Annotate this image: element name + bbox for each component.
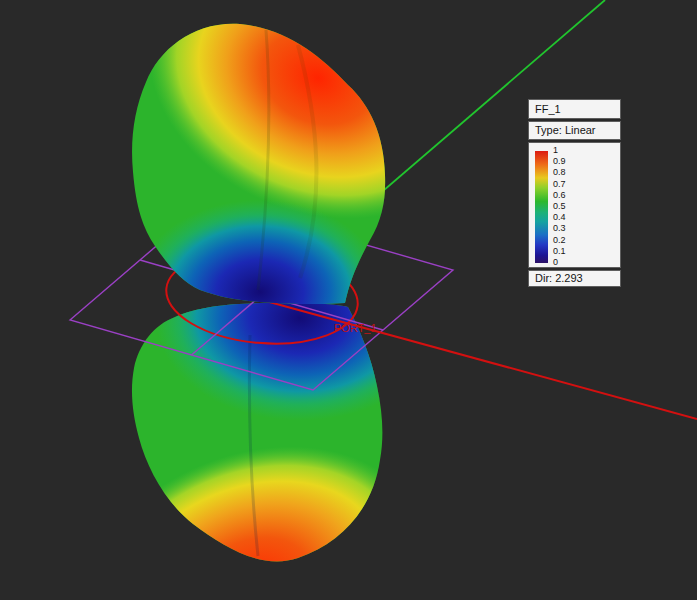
legend-directivity-label: Dir: 2.293	[528, 270, 621, 287]
legend-panel: FF_1 Type: Linear 10.90.80.70.60.50.40.3…	[528, 99, 621, 289]
colorbar-tick: 0.7	[553, 180, 583, 189]
colorbar-tick-labels: 10.90.80.70.60.50.40.30.20.10	[553, 146, 583, 267]
port-label: PORT_1	[334, 322, 377, 334]
bottom-lobe	[60, 270, 460, 600]
legend-type-label: Type: Linear	[528, 121, 621, 140]
colorbar-tick: 0.9	[553, 157, 583, 166]
colorbar-tick: 0.2	[553, 236, 583, 245]
legend-colorbar-box: 10.90.80.70.60.50.40.30.20.10	[528, 142, 621, 268]
farfield-3d-view[interactable]: PORT_1	[0, 0, 697, 600]
legend-title: FF_1	[528, 99, 621, 119]
colorbar-tick: 0.5	[553, 202, 583, 211]
top-lobe	[100, 0, 430, 330]
bottom-lobe-peak-shading	[60, 380, 460, 600]
colorbar-tick: 0	[553, 258, 583, 267]
colorbar-gradient	[535, 151, 548, 263]
colorbar-tick: 0.8	[553, 168, 583, 177]
colorbar-tick: 0.3	[553, 224, 583, 233]
colorbar-tick: 0.1	[553, 247, 583, 256]
colorbar-tick: 0.4	[553, 213, 583, 222]
farfield-viewport[interactable]: PORT_1 FF_1 Type: Linear 10.90.80.70.60.…	[0, 0, 697, 600]
colorbar-tick: 0.6	[553, 191, 583, 200]
colorbar-tick: 1	[553, 146, 583, 155]
